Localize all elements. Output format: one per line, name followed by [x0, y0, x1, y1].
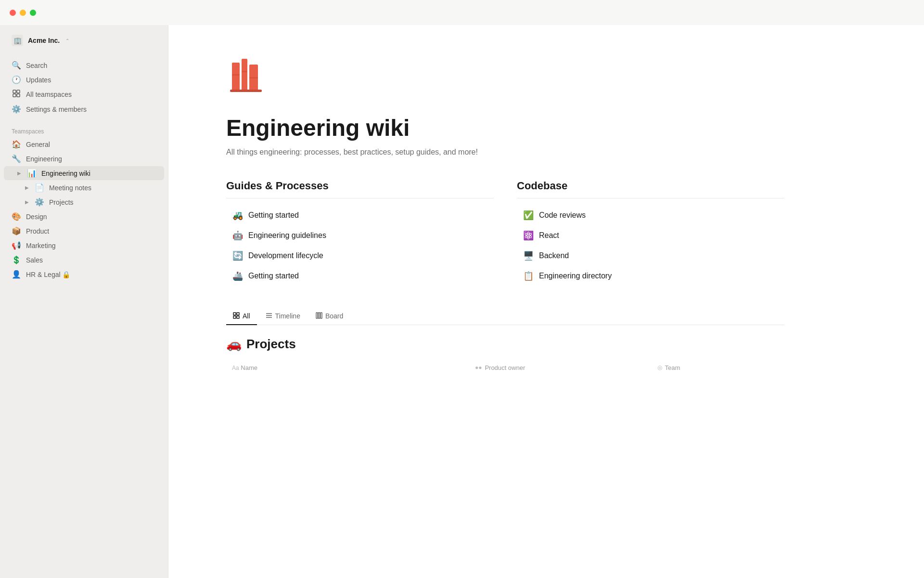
svg-rect-16 [242, 71, 247, 72]
link-engineering-guidelines[interactable]: 🤖 Engineering guidelines [226, 226, 494, 245]
col-header-name: Aa Name [232, 364, 475, 371]
workspace-name: Acme Inc. [28, 37, 60, 44]
teamspaces-label: Teamspaces [0, 124, 168, 137]
traffic-lights [10, 10, 36, 16]
window-chrome [0, 0, 924, 25]
sidebar-label-sales: Sales [26, 256, 156, 264]
svg-rect-18 [233, 313, 236, 315]
link-code-reviews[interactable]: ✅ Code reviews [517, 206, 784, 224]
link-label-backend: Backend [539, 251, 569, 260]
svg-rect-2 [13, 94, 16, 97]
sidebar-label-design: Design [26, 213, 156, 221]
sidebar-item-hr-legal[interactable]: 👤 HR & Legal 🔒 [4, 267, 164, 281]
link-development-lifecycle[interactable]: 🔄 Development lifecycle [226, 247, 494, 265]
tab-all[interactable]: All [226, 308, 257, 325]
megaphone-icon: 📢 [12, 241, 21, 250]
guides-section: Guides & Processes 🚜 Getting started 🤖 E… [226, 180, 494, 285]
projects-emoji: 🚗 [226, 337, 242, 352]
svg-rect-15 [232, 74, 240, 76]
svg-rect-1 [17, 90, 20, 93]
link-backend[interactable]: 🖥️ Backend [517, 247, 784, 265]
sidebar-label-search: Search [26, 62, 156, 69]
link-label-getting-started-1: Getting started [248, 211, 299, 220]
maximize-button[interactable] [30, 10, 36, 16]
link-engineering-directory[interactable]: 📋 Engineering directory [517, 267, 784, 285]
svg-rect-26 [318, 313, 320, 318]
guides-link-list: 🚜 Getting started 🤖 Engineering guidelin… [226, 206, 494, 285]
sidebar-item-engineering-wiki[interactable]: ▶ 📊 Engineering wiki [4, 166, 164, 180]
link-label-development-lifecycle: Development lifecycle [248, 251, 323, 260]
wrench-icon: 🔧 [12, 154, 21, 163]
sidebar-item-design[interactable]: 🎨 Design [4, 210, 164, 223]
sidebar-label-settings: Settings & members [26, 105, 156, 113]
chevron-right-icon-projects: ▶ [25, 199, 29, 205]
minimize-button[interactable] [20, 10, 26, 16]
page-icon [226, 54, 784, 103]
link-getting-started-2[interactable]: 🚢 Getting started [226, 267, 494, 285]
sidebar-item-projects[interactable]: ▶ ⚙️ Projects [4, 195, 164, 209]
projects-section: All Timeline [226, 308, 784, 374]
palette-icon: 🎨 [12, 212, 21, 221]
col-header-name-label: Name [241, 364, 257, 371]
sidebar-item-settings[interactable]: ⚙️ Settings & members [4, 102, 164, 116]
grid-tab-icon [233, 312, 240, 320]
svg-rect-17 [249, 77, 258, 79]
link-react[interactable]: ⚛️ React [517, 226, 784, 245]
name-col-icon: Aa [232, 365, 239, 371]
tab-timeline-label: Timeline [275, 312, 300, 320]
link-label-code-reviews: Code reviews [539, 211, 586, 220]
sidebar-label-general: General [26, 141, 156, 148]
sidebar-item-marketing[interactable]: 📢 Marketing [4, 238, 164, 252]
cycle-icon: 🔄 [232, 250, 244, 261]
svg-rect-3 [17, 94, 20, 97]
ship-icon: 🚢 [232, 271, 244, 281]
main-content: Engineering wiki All things engineering:… [168, 0, 924, 578]
sidebar-label-projects: Projects [49, 198, 156, 206]
table-header: Aa Name ●● Product owner ◎ Team [226, 361, 784, 374]
sidebar-item-all-teamspaces[interactable]: All teamspaces [4, 87, 164, 102]
board-tab-icon [316, 312, 322, 320]
sidebar-item-general[interactable]: 🏠 General [4, 137, 164, 151]
projects-title: 🚗 Projects [226, 337, 784, 352]
clock-icon: 🕐 [12, 75, 21, 84]
link-label-engineering-directory: Engineering directory [539, 272, 612, 280]
workspace-header[interactable]: 🏢 Acme Inc. ⌃ [4, 29, 164, 52]
tabs-row: All Timeline [226, 308, 784, 325]
svg-rect-27 [321, 313, 322, 318]
tab-timeline[interactable]: Timeline [259, 308, 307, 325]
col-header-owner-label: Product owner [485, 364, 525, 371]
svg-rect-21 [237, 316, 239, 318]
sidebar-item-updates[interactable]: 🕐 Updates [4, 73, 164, 87]
robot-icon: 🤖 [232, 230, 244, 241]
atom-icon: ⚛️ [523, 230, 534, 241]
sidebar-item-search[interactable]: 🔍 Search [4, 58, 164, 72]
svg-rect-14 [230, 90, 262, 92]
tab-board[interactable]: Board [309, 308, 350, 325]
sidebar-nav-section: 🔍 Search 🕐 Updates All teamspaces ⚙️ Set… [0, 54, 168, 120]
sidebar-label-engineering-wiki: Engineering wiki [41, 170, 156, 177]
link-getting-started-1[interactable]: 🚜 Getting started [226, 206, 494, 224]
chevron-right-icon-meeting: ▶ [25, 185, 29, 190]
sidebar-item-engineering[interactable]: 🔧 Engineering [4, 152, 164, 166]
settings-icon: ⚙️ [35, 197, 44, 207]
sidebar-label-product: Product [26, 227, 156, 235]
checkbox-icon: ✅ [523, 210, 534, 221]
dollar-icon: 💲 [12, 255, 21, 264]
svg-rect-11 [232, 63, 240, 91]
sidebar-label-all-teamspaces: All teamspaces [26, 91, 156, 98]
col-header-owner: ●● Product owner [475, 364, 657, 371]
link-label-getting-started-2: Getting started [248, 272, 299, 280]
svg-rect-20 [233, 316, 236, 318]
team-col-icon: ◎ [657, 364, 662, 371]
page-description: All things engineering: processes, best … [226, 148, 784, 157]
tractor-icon: 🚜 [232, 210, 244, 221]
owner-col-icon: ●● [475, 364, 482, 371]
codebase-section: Codebase ✅ Code reviews ⚛️ React 🖥️ Back… [517, 180, 784, 285]
monitor-icon: 🖥️ [523, 250, 534, 261]
link-label-react: React [539, 231, 559, 240]
sidebar-item-product[interactable]: 📦 Product [4, 224, 164, 238]
chart-icon: 📊 [27, 169, 37, 178]
sidebar-item-sales[interactable]: 💲 Sales [4, 253, 164, 267]
close-button[interactable] [10, 10, 16, 16]
sidebar-item-meeting-notes[interactable]: ▶ 📄 Meeting notes [4, 181, 164, 195]
